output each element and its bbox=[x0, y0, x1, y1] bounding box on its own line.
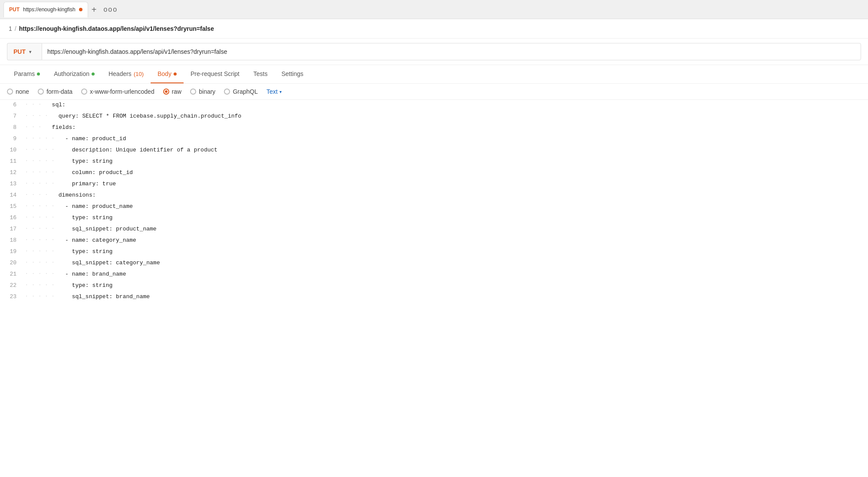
line-number: 21 bbox=[0, 269, 22, 279]
radio-urlencoded[interactable]: x-www-form-urlencoded bbox=[81, 88, 155, 95]
tab-body[interactable]: Body bbox=[151, 65, 184, 83]
radio-form-data-label: form-data bbox=[46, 88, 72, 95]
line-content: sql: bbox=[45, 100, 868, 110]
more-options-label[interactable]: ooo bbox=[100, 6, 121, 13]
radio-graphql-label: GraphQL bbox=[233, 88, 258, 95]
code-line: 20· · · · · sql_snippet: category_name bbox=[0, 258, 868, 269]
line-number: 22 bbox=[0, 280, 22, 290]
line-content: type: string bbox=[58, 213, 868, 223]
tab-params[interactable]: Params bbox=[7, 65, 47, 83]
line-dots: · · · · · bbox=[22, 258, 58, 266]
line-dots: · · · · · bbox=[22, 156, 58, 165]
line-content: description: Unique identifier of a prod… bbox=[58, 145, 868, 155]
code-line: 7· · · · query: SELECT * FROM icebase.su… bbox=[0, 111, 868, 122]
line-dots: · · · · · bbox=[22, 224, 58, 233]
line-content: dimensions: bbox=[52, 190, 868, 200]
text-format-label: Text bbox=[266, 88, 278, 95]
breadcrumb-url: https://enough-kingfish.dataos.app/lens/… bbox=[19, 25, 214, 32]
request-bar: PUT ▾ bbox=[0, 39, 868, 65]
body-type-row: none form-data x-www-form-urlencoded raw… bbox=[0, 84, 868, 100]
text-format-dropdown[interactable]: Text ▾ bbox=[266, 88, 282, 95]
line-content: primary: true bbox=[58, 179, 868, 189]
code-line: 6· · · sql: bbox=[0, 100, 868, 111]
code-line: 10· · · · · description: Unique identifi… bbox=[0, 145, 868, 156]
tab-headers[interactable]: Headers (10) bbox=[102, 65, 151, 83]
code-line: 14· · · · dimensions: bbox=[0, 190, 868, 201]
radio-raw-label: raw bbox=[172, 88, 182, 95]
radio-urlencoded-label: x-www-form-urlencoded bbox=[90, 88, 155, 95]
tab-tests-label: Tests bbox=[253, 70, 268, 77]
code-editor[interactable]: 6· · · sql:7· · · · query: SELECT * FROM… bbox=[0, 100, 868, 303]
line-dots: · · · · · bbox=[22, 213, 58, 221]
tab-pre-request[interactable]: Pre-request Script bbox=[184, 65, 247, 83]
radio-none[interactable]: none bbox=[7, 88, 29, 95]
tab-pre-request-label: Pre-request Script bbox=[191, 70, 240, 77]
method-label: PUT bbox=[13, 48, 26, 55]
line-dots: · · · · · bbox=[22, 179, 58, 188]
code-line: 11· · · · · type: string bbox=[0, 156, 868, 168]
headers-badge: (10) bbox=[134, 71, 144, 77]
tab-dirty-indicator bbox=[79, 8, 82, 11]
tab-params-label: Params bbox=[14, 70, 35, 77]
method-select[interactable]: PUT ▾ bbox=[7, 43, 42, 60]
new-tab-button[interactable]: + bbox=[88, 5, 100, 14]
code-line: 15· · · · · - name: product_name bbox=[0, 201, 868, 213]
text-format-chevron-icon: ▾ bbox=[279, 89, 282, 94]
line-content: column: product_id bbox=[58, 168, 868, 178]
radio-binary[interactable]: binary bbox=[190, 88, 215, 95]
radio-raw-circle bbox=[163, 89, 169, 95]
radio-raw[interactable]: raw bbox=[163, 88, 182, 95]
line-dots: · · · · bbox=[22, 190, 52, 199]
line-number: 17 bbox=[0, 224, 22, 234]
line-dots: · · · · · bbox=[22, 168, 58, 176]
tab-settings[interactable]: Settings bbox=[274, 65, 310, 83]
radio-binary-circle bbox=[190, 89, 196, 95]
tab-tests[interactable]: Tests bbox=[247, 65, 275, 83]
code-line: 23· · · · · sql_snippet: brand_name bbox=[0, 292, 868, 303]
breadcrumb-num: 1 bbox=[9, 25, 12, 32]
breadcrumb: 1 / https://enough-kingfish.dataos.app/l… bbox=[0, 19, 868, 39]
line-dots: · · · · · bbox=[22, 247, 58, 255]
line-number: 12 bbox=[0, 168, 22, 178]
line-number: 7 bbox=[0, 111, 22, 121]
line-dots: · · · · · bbox=[22, 292, 58, 300]
line-dots: · · · · · bbox=[22, 269, 58, 278]
radio-form-data-circle bbox=[38, 89, 44, 95]
line-dots: · · · · · bbox=[22, 235, 58, 244]
line-content: type: string bbox=[58, 247, 868, 257]
line-number: 10 bbox=[0, 145, 22, 155]
body-dot bbox=[174, 72, 177, 76]
radio-urlencoded-circle bbox=[81, 89, 87, 95]
code-line: 22· · · · · type: string bbox=[0, 280, 868, 292]
tab-bar: PUT https://enough-kingfish + ooo bbox=[0, 0, 868, 19]
tab-url-label: https://enough-kingfish bbox=[23, 7, 76, 13]
tabs-navigation: Params Authorization Headers (10) Body P… bbox=[0, 65, 868, 84]
line-number: 13 bbox=[0, 179, 22, 189]
line-content: fields: bbox=[45, 122, 868, 132]
line-number: 8 bbox=[0, 122, 22, 132]
code-line: 9· · · · · - name: product_id bbox=[0, 134, 868, 145]
tab-authorization[interactable]: Authorization bbox=[47, 65, 102, 83]
line-number: 15 bbox=[0, 201, 22, 211]
line-content: sql_snippet: product_name bbox=[58, 224, 868, 234]
radio-graphql[interactable]: GraphQL bbox=[224, 88, 258, 95]
tab-method-label: PUT bbox=[9, 7, 20, 13]
tab-headers-label: Headers bbox=[108, 70, 132, 77]
method-chevron-icon: ▾ bbox=[29, 49, 31, 54]
line-number: 18 bbox=[0, 235, 22, 245]
line-content: - name: product_id bbox=[58, 134, 868, 144]
auth-dot bbox=[92, 72, 95, 76]
tab-settings-label: Settings bbox=[281, 70, 303, 77]
line-content: type: string bbox=[58, 156, 868, 166]
url-input[interactable] bbox=[42, 43, 861, 60]
browser-tab[interactable]: PUT https://enough-kingfish bbox=[3, 2, 88, 17]
tab-authorization-label: Authorization bbox=[54, 70, 89, 77]
line-number: 11 bbox=[0, 156, 22, 166]
line-dots: · · · · bbox=[22, 111, 52, 120]
radio-form-data[interactable]: form-data bbox=[38, 88, 72, 95]
line-number: 23 bbox=[0, 292, 22, 302]
radio-binary-label: binary bbox=[199, 88, 215, 95]
line-dots: · · · · · bbox=[22, 134, 58, 142]
line-content: sql_snippet: brand_name bbox=[58, 292, 868, 302]
code-line: 13· · · · · primary: true bbox=[0, 179, 868, 190]
